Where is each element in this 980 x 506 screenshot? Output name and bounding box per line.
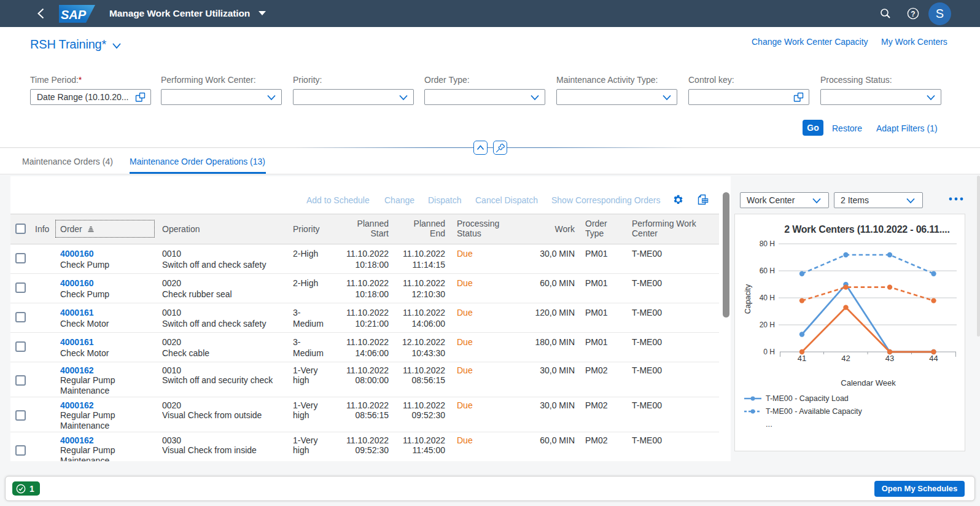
svg-text:41: 41 <box>798 354 806 363</box>
svg-text:?: ? <box>911 10 915 18</box>
svg-text:44: 44 <box>929 354 938 363</box>
svg-text:40 H: 40 H <box>760 294 775 302</box>
svg-text:80 H: 80 H <box>760 239 775 248</box>
svg-text:43: 43 <box>885 354 894 363</box>
svg-text:...: ... <box>766 419 772 429</box>
svg-text:60 H: 60 H <box>760 267 775 275</box>
svg-text:2 Work Centers (11.10.2022 - 0: 2 Work Centers (11.10.2022 - 06.11.... <box>784 224 950 235</box>
svg-text:Capacity: Capacity <box>744 284 752 314</box>
svg-text:0 H: 0 H <box>763 348 775 356</box>
svg-text:20 H: 20 H <box>760 321 775 329</box>
svg-text:42: 42 <box>841 354 850 363</box>
svg-text:T-ME00 - Available Capacity: T-ME00 - Available Capacity <box>766 407 863 416</box>
svg-text:T-ME00 - Capacity Load: T-ME00 - Capacity Load <box>766 394 849 403</box>
svg-text:SAP: SAP <box>61 8 87 21</box>
svg-text:Calendar Week: Calendar Week <box>841 378 896 387</box>
